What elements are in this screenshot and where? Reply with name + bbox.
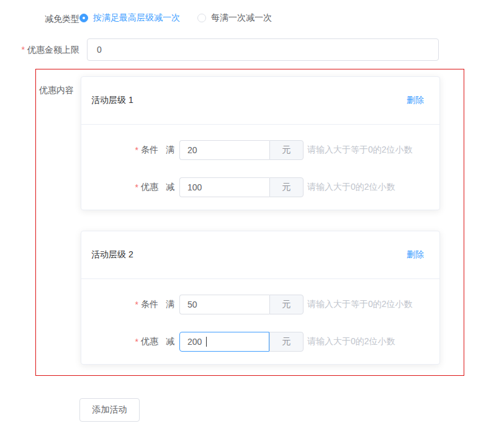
tier-card-1: 活动层级 1 删除 *条件 满 元 请输入大于等于0的2位小数 *优惠 减 元 <box>81 76 440 210</box>
condition-amount-input[interactable] <box>179 295 269 314</box>
input-hint: 请输入大于等于0的2位小数 <box>307 145 413 156</box>
unit-append: 元 <box>269 177 304 197</box>
condition-input-group: 元 <box>179 140 304 160</box>
condition-amount-input[interactable] <box>179 140 269 160</box>
discount-amount-input[interactable] <box>179 177 269 197</box>
reduction-type-radio-group: 按满足最高层级减一次 每满一次减一次 <box>79 12 272 24</box>
text-caret <box>206 337 207 347</box>
discount-label: *优惠 <box>81 336 158 347</box>
radio-highest-tier-once[interactable]: 按满足最高层级减一次 <box>79 12 180 24</box>
discount-content-label: 优惠内容 <box>39 85 74 95</box>
input-hint: 请输入大于0的2位小数 <box>307 336 395 347</box>
tier-title: 活动层级 1 <box>91 95 133 106</box>
condition-label: *条件 <box>81 145 158 156</box>
threshold-word: 满 <box>166 299 174 310</box>
discount-activity-form: 减免类型 按满足最高层级减一次 每满一次减一次 *优惠金额上限 优惠内容 活动层… <box>0 0 504 436</box>
required-star: * <box>135 182 138 192</box>
radio-label: 按满足最高层级减一次 <box>93 12 180 24</box>
required-star: * <box>135 300 138 309</box>
tier-title: 活动层级 2 <box>91 249 133 260</box>
discount-content-section: 优惠内容 活动层级 1 删除 *条件 满 元 请输入大于等于0的2位小数 *优惠… <box>35 69 464 376</box>
unit-append: 元 <box>269 295 304 314</box>
radio-label: 每满一次减一次 <box>211 12 272 24</box>
radio-every-threshold-once[interactable]: 每满一次减一次 <box>197 12 272 24</box>
reduction-type-label: 减免类型 <box>45 14 79 24</box>
max-amount-input[interactable] <box>87 38 439 61</box>
discount-label: *优惠 <box>81 182 158 193</box>
condition-input-group: 元 <box>179 295 304 314</box>
tier-card-header: 活动层级 1 删除 <box>81 77 439 125</box>
radio-unselected-icon <box>197 14 206 22</box>
tier-card-2: 活动层级 2 删除 *条件 满 元 请输入大于等于0的2位小数 *优惠 减 元 <box>81 231 440 365</box>
unit-append: 元 <box>269 140 304 160</box>
input-hint: 请输入大于等于0的2位小数 <box>307 299 413 310</box>
discount-row: *优惠 减 元 请输入大于0的2位小数 <box>81 177 439 197</box>
condition-label: *条件 <box>81 299 158 310</box>
required-star: * <box>135 145 138 155</box>
condition-row: *条件 满 元 请输入大于等于0的2位小数 <box>81 140 439 160</box>
delete-tier-link[interactable]: 删除 <box>407 95 424 106</box>
max-amount-label: *优惠金额上限 <box>0 45 79 55</box>
reduce-word: 减 <box>166 336 174 347</box>
tier-card-header: 活动层级 2 删除 <box>81 231 439 279</box>
radio-selected-icon <box>79 14 88 22</box>
condition-row: *条件 满 元 请输入大于等于0的2位小数 <box>81 295 439 314</box>
discount-row: *优惠 减 元 请输入大于0的2位小数 <box>81 332 439 352</box>
unit-append: 元 <box>269 332 304 352</box>
add-activity-button[interactable]: 添加活动 <box>79 398 140 422</box>
delete-tier-link[interactable]: 删除 <box>407 249 424 260</box>
discount-input-group: 元 <box>179 177 304 197</box>
threshold-word: 满 <box>166 145 174 156</box>
input-hint: 请输入大于0的2位小数 <box>307 182 395 193</box>
reduce-word: 减 <box>166 182 174 193</box>
discount-input-group: 元 <box>179 332 304 352</box>
discount-amount-input-focused[interactable] <box>179 332 269 352</box>
required-star: * <box>135 337 138 347</box>
required-star: * <box>22 45 25 55</box>
